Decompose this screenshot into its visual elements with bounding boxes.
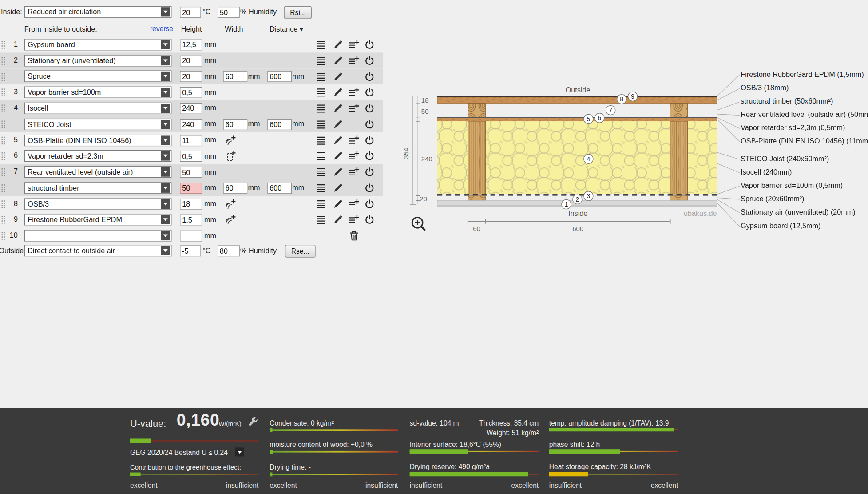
add-wood-section-icon[interactable] bbox=[225, 135, 236, 146]
width-input[interactable] bbox=[223, 183, 247, 194]
edit-layer-icon[interactable] bbox=[333, 87, 343, 98]
material-select[interactable]: Isocell bbox=[24, 103, 172, 114]
toggle-layer-icon[interactable] bbox=[364, 151, 375, 162]
toggle-layer-icon[interactable] bbox=[364, 167, 375, 177]
toggle-layer-icon[interactable] bbox=[364, 199, 375, 209]
layer-menu-icon[interactable] bbox=[316, 135, 326, 146]
toggle-layer-icon[interactable] bbox=[364, 119, 375, 130]
height-input[interactable] bbox=[180, 183, 202, 194]
layer-number: 7 bbox=[4, 164, 18, 180]
add-layer-icon[interactable] bbox=[349, 87, 359, 98]
height-input[interactable] bbox=[180, 151, 202, 162]
layer-menu-icon[interactable] bbox=[316, 40, 326, 50]
height-input[interactable] bbox=[180, 39, 202, 50]
material-select[interactable]: Vapor retarder sd=2,3m bbox=[24, 150, 172, 162]
height-input[interactable] bbox=[180, 87, 202, 98]
edit-layer-icon[interactable] bbox=[333, 119, 343, 130]
height-input[interactable] bbox=[180, 199, 202, 210]
edit-layer-icon[interactable] bbox=[333, 103, 343, 114]
layer-menu-icon[interactable] bbox=[316, 55, 326, 66]
edit-layer-icon[interactable] bbox=[333, 135, 343, 146]
edit-layer-icon[interactable] bbox=[333, 199, 343, 209]
width-input[interactable] bbox=[223, 71, 247, 82]
layer-menu-icon[interactable] bbox=[316, 71, 326, 82]
height-input[interactable] bbox=[180, 167, 202, 178]
edit-layer-icon[interactable] bbox=[333, 40, 343, 50]
layer-menu-icon[interactable] bbox=[316, 87, 326, 98]
edit-layer-icon[interactable] bbox=[333, 183, 343, 193]
material-select[interactable]: Rear ventilated level (outside air) bbox=[24, 166, 172, 178]
scale-excellent: excellent bbox=[270, 482, 297, 490]
toggle-layer-icon[interactable] bbox=[364, 135, 375, 146]
toggle-layer-icon[interactable] bbox=[364, 183, 375, 193]
add-layer-icon[interactable] bbox=[349, 55, 359, 66]
add-frame-section-icon[interactable] bbox=[225, 151, 236, 162]
layer-menu-icon[interactable] bbox=[316, 103, 326, 114]
rse-button[interactable]: Rse... bbox=[285, 245, 315, 258]
outside-humidity-input[interactable] bbox=[218, 245, 240, 256]
material-select[interactable]: structural timber bbox=[24, 182, 172, 194]
add-layer-icon[interactable] bbox=[349, 151, 359, 162]
layer-menu-icon[interactable] bbox=[316, 183, 326, 193]
toggle-layer-icon[interactable] bbox=[364, 40, 375, 50]
toggle-layer-icon[interactable] bbox=[364, 87, 375, 98]
height-input[interactable] bbox=[180, 231, 202, 242]
distance-input[interactable] bbox=[267, 71, 292, 82]
toggle-layer-icon[interactable] bbox=[364, 55, 375, 66]
geg-dropdown[interactable] bbox=[235, 447, 244, 456]
add-wood-section-icon[interactable] bbox=[225, 215, 236, 225]
edit-layer-icon[interactable] bbox=[333, 151, 343, 162]
layer-number: 3 bbox=[4, 84, 18, 100]
height-input[interactable] bbox=[180, 119, 202, 130]
add-layer-icon[interactable] bbox=[349, 167, 359, 177]
toggle-layer-icon[interactable] bbox=[364, 215, 375, 225]
material-select[interactable]: Firestone RubberGard EPDM bbox=[24, 214, 172, 226]
material-select[interactable]: Vapor barrier sd=100m bbox=[24, 87, 172, 98]
material-select[interactable]: Gypsum board bbox=[24, 39, 172, 50]
drag-handle[interactable] bbox=[1, 120, 5, 128]
layer-menu-icon[interactable] bbox=[316, 199, 326, 209]
material-select[interactable]: OSB-Platte (DIN EN ISO 10456) bbox=[24, 134, 172, 146]
layer-row-2: 2Stationary air (unventilated)mm bbox=[0, 52, 383, 68]
edit-layer-icon[interactable] bbox=[333, 71, 343, 82]
toggle-layer-icon[interactable] bbox=[364, 103, 375, 114]
add-layer-icon[interactable] bbox=[349, 40, 359, 50]
edit-layer-icon[interactable] bbox=[333, 167, 343, 177]
add-layer-icon[interactable] bbox=[349, 215, 359, 225]
distance-input[interactable] bbox=[267, 183, 292, 194]
drag-handle[interactable] bbox=[1, 184, 5, 192]
material-select[interactable]: OSB/3 bbox=[24, 198, 172, 210]
outside-row: Outside Direct contact to outside air °C… bbox=[0, 244, 388, 259]
outside-material-select[interactable]: Direct contact to outside air bbox=[24, 245, 172, 256]
layer-menu-icon[interactable] bbox=[316, 119, 326, 130]
layer-row-4: 4Isocellmm bbox=[0, 100, 383, 116]
layer-menu-icon[interactable] bbox=[316, 215, 326, 225]
add-layer-icon[interactable] bbox=[349, 103, 359, 114]
material-select[interactable]: STEICO Joist bbox=[24, 118, 172, 130]
drag-handle[interactable] bbox=[1, 72, 5, 81]
height-input[interactable] bbox=[180, 71, 202, 82]
height-input[interactable] bbox=[180, 215, 202, 226]
width-input[interactable] bbox=[223, 119, 247, 130]
outside-temp-input[interactable] bbox=[180, 245, 201, 256]
add-layer-icon[interactable] bbox=[349, 199, 359, 209]
svg-text:9: 9 bbox=[631, 93, 634, 100]
material-select[interactable] bbox=[24, 230, 172, 242]
edit-layer-icon[interactable] bbox=[333, 55, 343, 66]
scale-excellent: excellent bbox=[651, 482, 678, 490]
height-input[interactable] bbox=[180, 103, 202, 114]
zoom-in-icon[interactable] bbox=[412, 217, 425, 230]
height-input[interactable] bbox=[180, 55, 202, 66]
add-layer-icon[interactable] bbox=[349, 135, 359, 146]
height-input[interactable] bbox=[180, 135, 202, 146]
material-select[interactable]: Spruce bbox=[24, 71, 172, 82]
material-select[interactable]: Stationary air (unventilated) bbox=[24, 55, 172, 66]
add-wood-section-icon[interactable] bbox=[225, 199, 236, 209]
delete-layer-icon[interactable] bbox=[349, 231, 359, 241]
edit-layer-icon[interactable] bbox=[333, 215, 343, 225]
toggle-layer-icon[interactable] bbox=[364, 71, 375, 82]
distance-input[interactable] bbox=[267, 119, 292, 130]
layer-menu-icon[interactable] bbox=[316, 167, 326, 177]
wrench-icon[interactable] bbox=[247, 416, 258, 427]
layer-menu-icon[interactable] bbox=[316, 151, 326, 162]
